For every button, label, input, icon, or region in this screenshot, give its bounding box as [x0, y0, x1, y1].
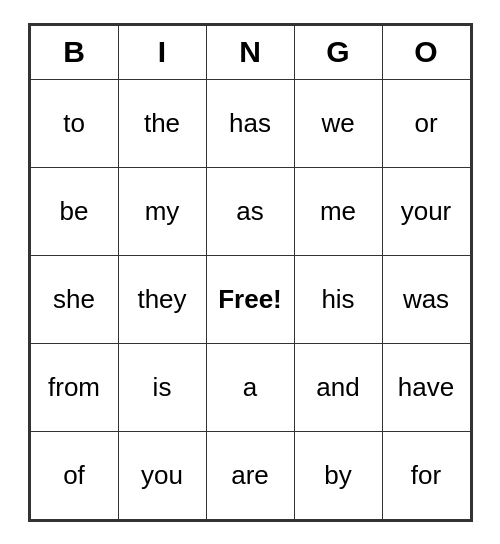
bingo-table: BINGO tothehasweorbemyasmeyourshetheyFre… [30, 25, 471, 520]
bingo-row-0: tothehasweor [30, 79, 470, 167]
bingo-cell-0-4[interactable]: or [382, 79, 470, 167]
bingo-cell-4-4[interactable]: for [382, 431, 470, 519]
bingo-cell-0-0[interactable]: to [30, 79, 118, 167]
bingo-cell-2-3[interactable]: his [294, 255, 382, 343]
bingo-cell-1-2[interactable]: as [206, 167, 294, 255]
bingo-cell-2-0[interactable]: she [30, 255, 118, 343]
bingo-cell-3-4[interactable]: have [382, 343, 470, 431]
header-col-i: I [118, 25, 206, 79]
bingo-cell-4-2[interactable]: are [206, 431, 294, 519]
bingo-cell-1-0[interactable]: be [30, 167, 118, 255]
bingo-cell-4-3[interactable]: by [294, 431, 382, 519]
bingo-row-4: ofyouarebyfor [30, 431, 470, 519]
bingo-cell-2-2[interactable]: Free! [206, 255, 294, 343]
bingo-cell-3-1[interactable]: is [118, 343, 206, 431]
bingo-cell-0-2[interactable]: has [206, 79, 294, 167]
bingo-row-1: bemyasmeyour [30, 167, 470, 255]
bingo-card: BINGO tothehasweorbemyasmeyourshetheyFre… [28, 23, 473, 522]
bingo-row-2: shetheyFree!hiswas [30, 255, 470, 343]
bingo-cell-0-1[interactable]: the [118, 79, 206, 167]
header-col-g: G [294, 25, 382, 79]
bingo-cell-3-2[interactable]: a [206, 343, 294, 431]
bingo-cell-3-3[interactable]: and [294, 343, 382, 431]
bingo-cell-1-1[interactable]: my [118, 167, 206, 255]
bingo-cell-4-0[interactable]: of [30, 431, 118, 519]
bingo-cell-3-0[interactable]: from [30, 343, 118, 431]
bingo-cell-2-4[interactable]: was [382, 255, 470, 343]
bingo-cell-1-3[interactable]: me [294, 167, 382, 255]
bingo-cell-4-1[interactable]: you [118, 431, 206, 519]
bingo-cell-2-1[interactable]: they [118, 255, 206, 343]
bingo-cell-1-4[interactable]: your [382, 167, 470, 255]
bingo-row-3: fromisaandhave [30, 343, 470, 431]
bingo-cell-0-3[interactable]: we [294, 79, 382, 167]
header-row: BINGO [30, 25, 470, 79]
header-col-b: B [30, 25, 118, 79]
header-col-o: O [382, 25, 470, 79]
header-col-n: N [206, 25, 294, 79]
